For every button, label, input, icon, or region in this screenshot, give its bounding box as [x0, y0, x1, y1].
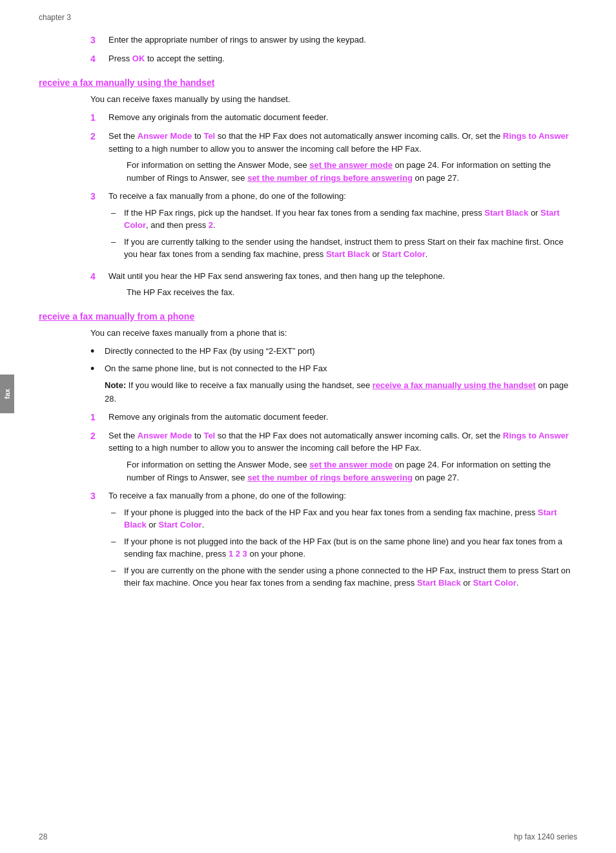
s1-step4-text: Wait until you hear the HP Fax send answ…: [108, 271, 445, 281]
s1-step2-note: For information on setting the Answer Mo…: [127, 159, 577, 185]
s1-step-num-3: 3: [90, 190, 108, 265]
s1-step3: 3 To receive a fax manually from a phone…: [90, 190, 577, 265]
dash-icon-2: –: [108, 236, 124, 261]
tel-label: Tel: [203, 131, 215, 141]
s2-step2: 2 Set the Answer Mode to Tel so that the…: [90, 429, 577, 484]
bullet-icon-1: •: [90, 345, 105, 359]
s1-step3-intro: To receive a fax manually from a phone, …: [108, 191, 346, 201]
section2-bullet-list: • Directly connected to the HP Fax (by u…: [90, 345, 577, 406]
s2-note-block: Note: If you would like to receive a fax…: [105, 379, 577, 405]
set-rings-link[interactable]: set the number of rings before answering: [247, 173, 413, 183]
s2-start-color-1: Start Color: [159, 520, 202, 529]
ok-button-label: OK: [132, 54, 145, 63]
s2-answer-mode-label: Answer Mode: [138, 431, 192, 440]
s2-sub2-text: If your phone is not plugged into the ba…: [124, 535, 577, 560]
step-3-text: Enter the appropriate number of rings to…: [108, 34, 577, 47]
dash-icon-1: –: [108, 207, 124, 232]
answer-mode-label: Answer Mode: [138, 131, 192, 141]
footer: 28 hp fax 1240 series: [0, 832, 616, 841]
step-num-3: 3: [90, 34, 108, 47]
s2-step3-intro: To receive a fax manually from a phone, …: [108, 491, 346, 500]
sidebar-fax-label: fax: [3, 389, 11, 399]
intro-step-3: 3 Enter the appropriate number of rings …: [90, 34, 577, 47]
s1-sub1-text: If the HP Fax rings, pick up the handset…: [124, 207, 577, 232]
s2-rings-to-answer-label: Rings to Answer: [503, 431, 569, 440]
s2-dash-2: –: [108, 535, 124, 560]
s2-step-num-2: 2: [90, 429, 108, 484]
start-black-1: Start Black: [484, 208, 528, 218]
s1-step4-content: Wait until you hear the HP Fax send answ…: [108, 270, 577, 300]
section2-intro: You can receive faxes manually from a ph…: [90, 327, 577, 340]
s2-set-answer-mode-link[interactable]: set the answer mode: [309, 460, 393, 469]
section2-steps: 1 Remove any originals from the automati…: [90, 411, 577, 593]
s1-sub2-text: If you are currently talking to the send…: [124, 236, 577, 261]
s1-step-num-2: 2: [90, 130, 108, 185]
s2-bullet1-text: Directly connected to the HP Fax (by usi…: [105, 345, 315, 359]
s2-sub-item-1: – If your phone is plugged into the back…: [108, 506, 577, 531]
sidebar-fax-tab: fax: [0, 375, 14, 413]
s2-sub3-text: If you are currently on the phone with t…: [124, 564, 577, 590]
s2-sub1-text: If your phone is plugged into the back o…: [124, 506, 577, 531]
intro-step-4: 4 Press OK to accept the setting.: [90, 52, 577, 66]
s2-dash-1: –: [108, 506, 124, 531]
s2-dash-3: –: [108, 564, 124, 590]
s2-bullet-1: • Directly connected to the HP Fax (by u…: [90, 345, 577, 359]
intro-step-list: 3 Enter the appropriate number of rings …: [90, 34, 577, 66]
s1-step1: 1 Remove any originals from the automati…: [90, 111, 577, 125]
bullet-icon-2: •: [90, 362, 105, 405]
page: chapter 3 3 Enter the appropriate number…: [0, 0, 616, 853]
s2-tel-label: Tel: [203, 431, 215, 440]
step-4-text: Press OK to accept the setting.: [108, 52, 577, 66]
s2-start-color-2: Start Color: [473, 578, 517, 588]
s2-start-black-2: Start Black: [417, 578, 461, 588]
s2-step3-sublist: – If your phone is plugged into the back…: [108, 506, 577, 590]
s2-step3-content: To receive a fax manually from a phone, …: [108, 489, 577, 593]
footer-product: hp fax 1240 series: [514, 832, 577, 841]
section1-intro: You can receive faxes manually by using …: [90, 93, 577, 106]
note-label: Note:: [105, 380, 126, 390]
s2-set-rings-link[interactable]: set the number of rings before answering: [247, 473, 413, 482]
s2-step2-content: Set the Answer Mode to Tel so that the H…: [108, 429, 577, 484]
rings-to-answer-label: Rings to Answer: [503, 131, 569, 141]
s2-step-num-3: 3: [90, 489, 108, 593]
s1-step-num-4: 4: [90, 270, 108, 300]
section1-steps: 1 Remove any originals from the automati…: [90, 111, 577, 299]
s1-step2-content: Set the Answer Mode to Tel so that the H…: [108, 130, 577, 185]
s2-note-text: If you would like to receive a fax manua…: [105, 380, 568, 403]
s1-step4-note: The HP Fax receives the fax.: [127, 286, 577, 299]
s1-step1-text: Remove any originals from the automatic …: [108, 111, 577, 125]
s2-bullet2-text: On the same phone line, but is not conne…: [105, 362, 577, 405]
s1-step-num-1: 1: [90, 111, 108, 125]
s2-step1-text: Remove any originals from the automatic …: [108, 411, 577, 424]
s2-step1: 1 Remove any originals from the automati…: [90, 411, 577, 424]
s1-sub-item-2: – If you are currently talking to the se…: [108, 236, 577, 261]
s1-step3-sublist: – If the HP Fax rings, pick up the hands…: [108, 207, 577, 261]
handset-link[interactable]: receive a fax manually using the handset: [373, 380, 536, 390]
footer-page-number: 28: [39, 832, 47, 841]
s2-sub-item-2: – If your phone is not plugged into the …: [108, 535, 577, 560]
step-num-4: 4: [90, 52, 108, 66]
start-color-2: Start Color: [382, 249, 426, 259]
s2-bullet-2: • On the same phone line, but is not con…: [90, 362, 577, 405]
num-2: 2: [209, 220, 213, 230]
section2-heading[interactable]: receive a fax manually from a phone: [39, 311, 577, 322]
s2-123: 1 2 3: [229, 549, 247, 559]
s2-step-num-1: 1: [90, 411, 108, 424]
s1-step4: 4 Wait until you hear the HP Fax send an…: [90, 270, 577, 300]
s1-sub-item-1: – If the HP Fax rings, pick up the hands…: [108, 207, 577, 232]
s2-step3: 3 To receive a fax manually from a phone…: [90, 489, 577, 593]
section1-heading[interactable]: receive a fax manually using the handset: [39, 77, 577, 88]
set-answer-mode-link[interactable]: set the answer mode: [309, 160, 393, 170]
s2-sub-item-3: – If you are currently on the phone with…: [108, 564, 577, 590]
s1-step2: 2 Set the Answer Mode to Tel so that the…: [90, 130, 577, 185]
chapter-label: chapter 3: [39, 13, 577, 22]
s1-step3-content: To receive a fax manually from a phone, …: [108, 190, 577, 265]
start-black-2: Start Black: [326, 249, 370, 259]
s2-step2-note: For information on setting the Answer Mo…: [127, 458, 577, 484]
